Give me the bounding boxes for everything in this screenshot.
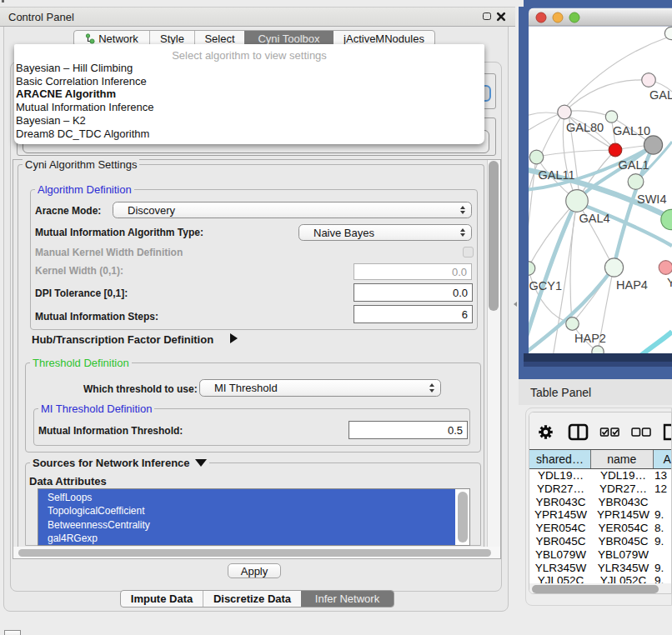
- svg-text:GAL11: GAL11: [539, 168, 575, 182]
- svg-text:GAL4: GAL4: [579, 212, 610, 225]
- svg-text:HAP2: HAP2: [574, 332, 606, 345]
- svg-text:GAL80: GAL80: [566, 121, 604, 134]
- svg-text:GAL10: GAL10: [613, 124, 650, 138]
- svg-text:HAP4: HAP4: [616, 278, 648, 292]
- svg-text:GCY1: GCY1: [529, 279, 563, 292]
- svg-text:Y: Y: [667, 276, 672, 289]
- svg-text:GAL7: GAL7: [649, 88, 672, 102]
- svg-text:GAL1: GAL1: [619, 158, 649, 172]
- svg-text:SWI4: SWI4: [637, 192, 666, 206]
